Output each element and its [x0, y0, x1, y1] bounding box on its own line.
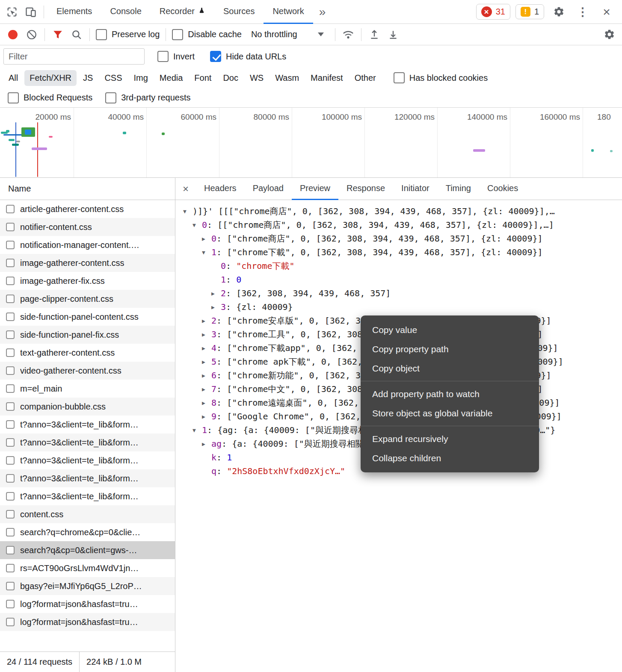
- request-row[interactable]: side-function-panel-content.css: [0, 308, 175, 326]
- blocked-requests-toggle[interactable]: Blocked Requests: [8, 92, 92, 103]
- context-menu-item[interactable]: Copy value: [361, 320, 539, 339]
- context-menu-item[interactable]: Expand recursively: [361, 429, 539, 448]
- expand-arrow-icon[interactable]: ▶: [211, 301, 221, 314]
- filter-input[interactable]: [3, 48, 145, 65]
- request-row[interactable]: companion-bubble.css: [0, 398, 175, 416]
- error-badge[interactable]: × 31: [476, 4, 510, 20]
- request-row[interactable]: page-clipper-content.css: [0, 290, 175, 308]
- request-row[interactable]: t?anno=3&client=te_lib&form…: [0, 416, 175, 433]
- expand-arrow-icon[interactable]: ▶: [202, 369, 211, 382]
- expand-arrow-icon[interactable]: ▶: [202, 314, 211, 327]
- filter-funnel-icon[interactable]: [48, 25, 67, 44]
- type-filter-chip[interactable]: Media: [154, 70, 188, 86]
- devtools-tab[interactable]: Elements: [47, 0, 101, 24]
- request-row[interactable]: m=el_main: [0, 380, 175, 398]
- type-filter-chip[interactable]: All: [3, 70, 23, 86]
- preview-tree-row[interactable]: ▶2: [362, 308, 394, 439, 468, 357]: [175, 286, 622, 300]
- inspect-icon[interactable]: [3, 3, 21, 21]
- expand-arrow-icon[interactable]: ▶: [202, 383, 211, 396]
- expand-arrow-icon[interactable]: ▶: [202, 410, 211, 423]
- hide-data-urls-checkbox[interactable]: [210, 51, 221, 62]
- expand-arrow-icon[interactable]: ▶: [202, 232, 211, 245]
- type-filter-chip[interactable]: Doc: [218, 70, 243, 86]
- detail-tab[interactable]: Payload: [245, 178, 292, 200]
- context-menu-item[interactable]: Copy property path: [361, 339, 539, 359]
- type-filter-chip[interactable]: Fetch/XHR: [24, 70, 77, 86]
- context-menu-item[interactable]: Copy object: [361, 359, 539, 378]
- request-row[interactable]: t?anno=3&client=te_lib&form…: [0, 469, 175, 487]
- device-toolbar-icon[interactable]: [21, 3, 40, 21]
- request-row[interactable]: text-gatherer-content.css: [0, 344, 175, 362]
- preview-tree-row[interactable]: ▼0: [["chrome商店", 0, [362, 308, 394, 439…: [175, 218, 622, 232]
- expand-arrow-icon[interactable]: ▶: [211, 287, 221, 300]
- expand-arrow-icon[interactable]: ▶: [202, 328, 211, 341]
- disable-cache-toggle[interactable]: Disable cache: [172, 29, 242, 40]
- expand-arrow-icon[interactable]: ▶: [202, 342, 211, 355]
- third-party-toggle[interactable]: 3rd-party requests: [105, 92, 190, 103]
- request-row[interactable]: image-gatherer-content.css: [0, 254, 175, 272]
- request-row[interactable]: t?anno=3&client=te_lib&form…: [0, 487, 175, 505]
- preview-tree-row[interactable]: 0: "chrome下載": [175, 259, 622, 273]
- hide-data-urls-toggle[interactable]: Hide data URLs: [210, 51, 286, 62]
- devtools-tab[interactable]: Console: [101, 0, 150, 24]
- clear-icon[interactable]: [22, 25, 41, 44]
- disable-cache-checkbox[interactable]: [172, 29, 183, 40]
- expand-arrow-icon[interactable]: ▶: [202, 396, 211, 410]
- import-har-icon[interactable]: [365, 25, 384, 44]
- request-row[interactable]: video-gatherer-content.css: [0, 362, 175, 380]
- devtools-tab[interactable]: Network: [264, 0, 313, 24]
- type-filter-chip[interactable]: Manifest: [305, 70, 348, 86]
- close-detail-icon[interactable]: ×: [175, 183, 196, 195]
- request-row[interactable]: content.css: [0, 505, 175, 523]
- type-filter-chip[interactable]: CSS: [99, 70, 127, 86]
- detail-tab[interactable]: Initiator: [393, 178, 438, 200]
- close-devtools-icon[interactable]: ×: [597, 3, 616, 21]
- request-row[interactable]: log?format=json&hasfast=tru…: [0, 595, 175, 613]
- preview-tree-row[interactable]: ▼)]}' [[["chrome商店", 0, [362, 308, 394, …: [175, 204, 622, 218]
- more-tabs-icon[interactable]: »: [313, 5, 332, 19]
- request-row[interactable]: notifier-content.css: [0, 218, 175, 236]
- request-row[interactable]: search?q=chrome&cp=0&clie…: [0, 523, 175, 541]
- context-menu-item[interactable]: Collapse children: [361, 448, 539, 468]
- preserve-log-checkbox[interactable]: [96, 29, 107, 40]
- request-row[interactable]: side-function-panel-fix.css: [0, 326, 175, 344]
- throttling-select[interactable]: No throttling: [251, 29, 324, 39]
- settings-gear-icon[interactable]: [549, 3, 568, 21]
- detail-tab[interactable]: Cookies: [479, 178, 526, 200]
- context-menu-item[interactable]: Store object as global variable: [361, 404, 539, 423]
- network-conditions-icon[interactable]: [339, 25, 358, 44]
- request-row[interactable]: rs=ACT90oGrsLlvm4WdV1jn…: [0, 559, 175, 577]
- expand-arrow-icon[interactable]: ▶: [202, 355, 211, 368]
- has-blocked-cookies-checkbox[interactable]: [394, 72, 405, 83]
- preview-tree-row[interactable]: ▼1: ["chrome下載", 0, [362, 308, 394, 439,…: [175, 245, 622, 259]
- collapse-arrow-icon[interactable]: ▼: [202, 246, 211, 259]
- export-har-icon[interactable]: [384, 25, 403, 44]
- preview-tree-row[interactable]: ▶0: ["chrome商店", 0, [362, 308, 394, 439,…: [175, 232, 622, 245]
- preserve-log-toggle[interactable]: Preserve log: [96, 29, 160, 40]
- name-column-header[interactable]: Name: [0, 178, 175, 200]
- request-row[interactable]: search?q&cp=0&client=gws-…: [0, 541, 175, 559]
- detail-tab[interactable]: Response: [338, 178, 393, 200]
- network-settings-gear-icon[interactable]: [600, 25, 619, 44]
- preview-tree-row[interactable]: ▶3: {zl: 40009}: [175, 300, 622, 314]
- expand-arrow-icon[interactable]: ▶: [202, 437, 211, 451]
- request-row[interactable]: t?anno=3&client=te_lib&form…: [0, 433, 175, 451]
- detail-tab[interactable]: Headers: [196, 178, 245, 200]
- devtools-tab[interactable]: Recorder: [151, 0, 214, 24]
- type-filter-chip[interactable]: WS: [245, 70, 269, 86]
- warning-badge[interactable]: ! 1: [515, 4, 544, 19]
- collapse-arrow-icon[interactable]: ▼: [193, 218, 202, 232]
- type-filter-chip[interactable]: Font: [189, 70, 216, 86]
- request-row[interactable]: bgasy?ei=MJfiYp6qG5_L2roP…: [0, 577, 175, 595]
- blocked-requests-checkbox[interactable]: [8, 92, 19, 103]
- has-blocked-cookies-toggle[interactable]: Has blocked cookies: [394, 72, 488, 83]
- record-button[interactable]: [3, 25, 22, 44]
- invert-toggle[interactable]: Invert: [157, 51, 195, 62]
- devtools-tab[interactable]: Sources: [214, 0, 264, 24]
- invert-checkbox[interactable]: [157, 51, 169, 62]
- type-filter-chip[interactable]: JS: [78, 70, 98, 86]
- collapse-arrow-icon[interactable]: ▼: [193, 424, 202, 437]
- request-row[interactable]: log?format=json&hasfast=tru…: [0, 613, 175, 631]
- kebab-menu-icon[interactable]: ⋮: [573, 3, 592, 21]
- type-filter-chip[interactable]: Wasm: [270, 70, 304, 86]
